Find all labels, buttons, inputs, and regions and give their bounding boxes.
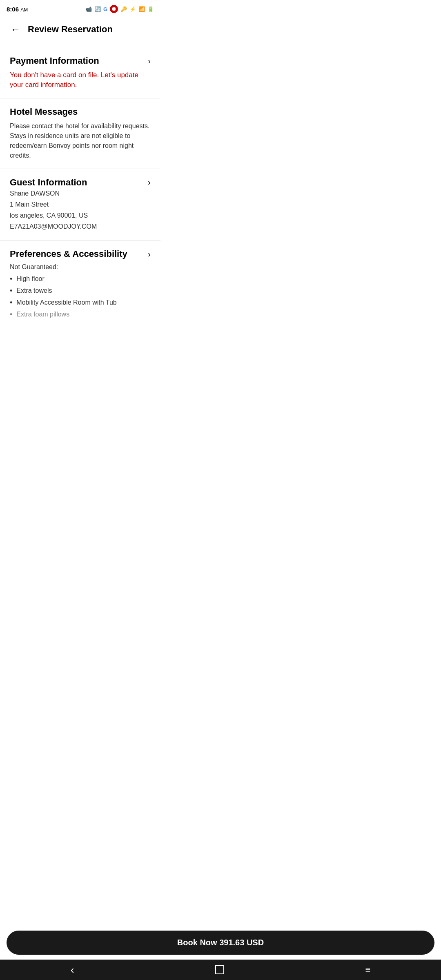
status-icons: 📹 🔄 G 🔑 ⚡ 📶 🔋 bbox=[85, 5, 154, 13]
wifi-icon: 🔋 bbox=[147, 6, 154, 12]
content-area: Payment Information › You don't have a c… bbox=[0, 41, 160, 370]
back-button[interactable]: ← bbox=[7, 20, 24, 38]
preferences-header[interactable]: Preferences & Accessibility › bbox=[10, 249, 151, 259]
hotel-messages-section: Hotel Messages Please contact the hotel … bbox=[0, 98, 160, 169]
preference-extra-towels: Extra towels bbox=[10, 285, 151, 297]
preference-extra-pillows: Extra foam pillows bbox=[10, 309, 151, 321]
guest-info-section: Guest Information › Shane DAWSON 1 Main … bbox=[0, 169, 160, 241]
back-arrow-icon: ← bbox=[11, 24, 20, 35]
guest-info-title: Guest Information bbox=[10, 177, 87, 188]
guest-info-header[interactable]: Guest Information › bbox=[10, 177, 151, 188]
bluetooth-icon: ⚡ bbox=[129, 6, 136, 12]
status-bar: 8:06 AM 📹 🔄 G 🔑 ⚡ 📶 🔋 bbox=[0, 0, 160, 18]
refresh-icon: 🔄 bbox=[94, 6, 101, 12]
status-time: 8:06 AM bbox=[7, 6, 28, 13]
guest-email: E7A21A03@MOODJOY.COM bbox=[10, 221, 151, 232]
google-icon: G bbox=[103, 6, 107, 12]
hotel-messages-title: Hotel Messages bbox=[10, 107, 78, 117]
payment-chevron-icon: › bbox=[148, 56, 151, 66]
preferences-chevron-icon: › bbox=[148, 249, 151, 259]
guest-info-chevron-icon: › bbox=[148, 178, 151, 187]
video-icon: 📹 bbox=[85, 6, 92, 12]
hotel-messages-header: Hotel Messages bbox=[10, 107, 151, 117]
record-icon bbox=[110, 5, 118, 13]
signal-icon: 📶 bbox=[138, 6, 145, 12]
preferences-list: High floor Extra towels Mobility Accessi… bbox=[10, 273, 151, 320]
hotel-messages-body: Please contact the hotel for availabilit… bbox=[10, 121, 151, 160]
preferences-section: Preferences & Accessibility › Not Guaran… bbox=[0, 241, 160, 328]
payment-error-message: You don't have a card on file. Let's upd… bbox=[10, 70, 151, 90]
header: ← Review Reservation bbox=[0, 18, 160, 41]
preference-high-floor: High floor bbox=[10, 273, 151, 285]
guest-name: Shane DAWSON bbox=[10, 188, 151, 199]
preferences-title: Preferences & Accessibility bbox=[10, 249, 127, 259]
payment-section: Payment Information › You don't have a c… bbox=[0, 47, 160, 98]
preference-accessible-room: Mobility Accessible Room with Tub bbox=[10, 297, 151, 309]
page-title: Review Reservation bbox=[28, 24, 113, 35]
guest-city-state: los angeles, CA 90001, US bbox=[10, 210, 151, 221]
payment-header[interactable]: Payment Information › bbox=[10, 56, 151, 66]
payment-title: Payment Information bbox=[10, 56, 99, 66]
guest-address: 1 Main Street bbox=[10, 199, 151, 210]
preferences-subtitle: Not Guaranteed: bbox=[10, 263, 151, 271]
key-icon: 🔑 bbox=[120, 6, 127, 12]
